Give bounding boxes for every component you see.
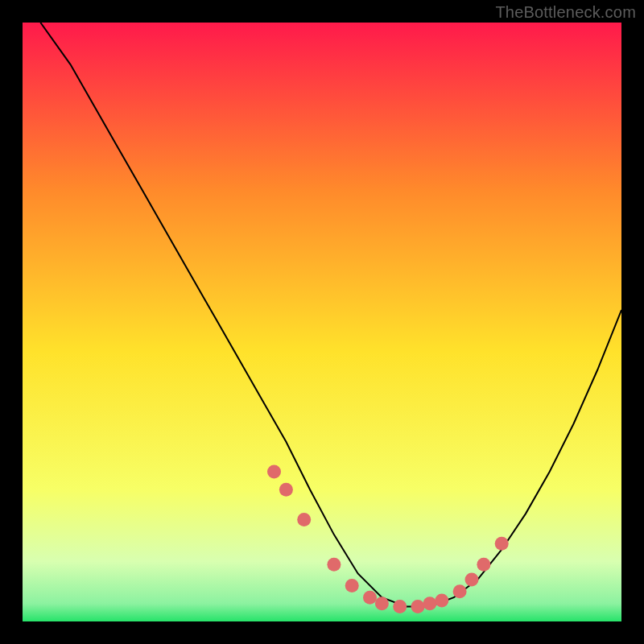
data-dot <box>411 600 425 613</box>
chart-frame: TheBottleneck.com <box>0 0 644 644</box>
data-dot <box>267 465 281 479</box>
data-dot <box>423 597 436 610</box>
data-dot <box>363 591 377 605</box>
data-dot <box>453 584 467 598</box>
data-dot <box>495 537 509 551</box>
data-dot <box>279 483 293 497</box>
data-dot <box>345 579 359 592</box>
data-dot <box>393 600 407 613</box>
data-dot <box>297 513 311 526</box>
data-dot <box>375 597 389 610</box>
data-dot <box>435 594 448 608</box>
data-dot <box>327 558 341 572</box>
data-dot <box>477 558 490 572</box>
data-dot <box>465 572 479 586</box>
plot-area <box>23 23 621 621</box>
watermark-text: TheBottleneck.com <box>495 3 636 22</box>
gradient-background <box>23 23 621 621</box>
chart-svg <box>23 23 621 621</box>
